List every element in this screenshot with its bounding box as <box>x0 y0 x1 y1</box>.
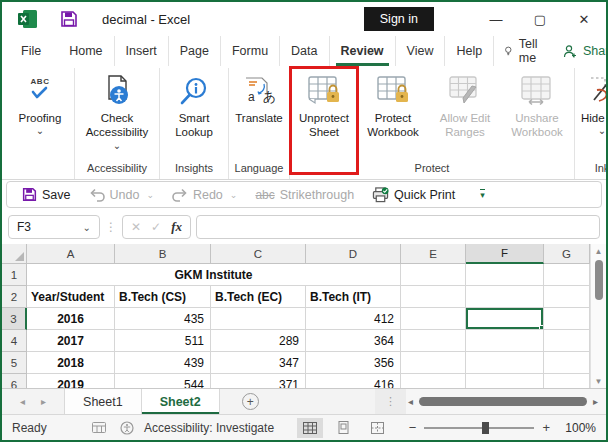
select-all-corner[interactable] <box>2 244 27 264</box>
tab-file[interactable]: File <box>10 36 52 66</box>
horizontal-scrollbar[interactable]: ◂ ▸ <box>406 389 606 414</box>
tab-data[interactable]: Data <box>280 36 329 66</box>
column-header-c[interactable]: C <box>211 244 306 264</box>
row-header-3[interactable]: 3 <box>2 308 27 330</box>
tab-review[interactable]: Review <box>330 36 396 66</box>
check-accessibility-button[interactable]: Check Accessibility ⌄ <box>76 68 158 160</box>
view-page-break-button[interactable] <box>365 418 391 438</box>
cell-b3[interactable]: 435 <box>115 308 211 330</box>
cell-c2[interactable]: B.Tech (EC) <box>211 286 306 308</box>
cell[interactable] <box>466 374 544 388</box>
sheet-nav-right-icon[interactable]: ▸ <box>41 396 46 407</box>
translate-button[interactable]: a あ Translate <box>230 68 288 160</box>
cell-b5[interactable]: 439 <box>115 352 211 374</box>
qat-save-button[interactable]: Save <box>15 185 78 204</box>
cell-c4[interactable]: 289 <box>211 330 306 352</box>
cell-b2[interactable]: B.Tech (CS) <box>115 286 211 308</box>
zoom-slider-thumb[interactable] <box>482 422 489 434</box>
new-sheet-button[interactable]: + <box>242 393 259 410</box>
close-button[interactable]: ✕ <box>562 2 606 36</box>
save-icon[interactable] <box>60 10 78 28</box>
horizontal-scroll-thumb[interactable] <box>419 397 587 406</box>
sheet-tab-sheet1[interactable]: Sheet1 <box>65 389 142 414</box>
cell[interactable] <box>401 308 466 330</box>
view-page-layout-button[interactable] <box>331 418 357 438</box>
selected-cell-f3[interactable] <box>466 308 544 330</box>
macro-record-icon[interactable] <box>92 422 106 433</box>
cell-d3[interactable]: 412 <box>306 308 401 330</box>
accessibility-status-icon[interactable] <box>120 421 134 435</box>
cell-d2[interactable]: B.Tech (IT) <box>306 286 401 308</box>
row-header-2[interactable]: 2 <box>2 286 27 308</box>
qat-quick-print-button[interactable]: Quick Print <box>365 185 462 205</box>
cell-a3[interactable]: 2016 <box>27 308 115 330</box>
scroll-down-icon[interactable]: ▼ <box>595 374 603 388</box>
tab-help[interactable]: Help <box>445 36 494 66</box>
cell[interactable] <box>401 330 466 352</box>
cell[interactable] <box>401 352 466 374</box>
cell[interactable] <box>466 264 544 286</box>
cell[interactable] <box>544 264 590 286</box>
cell-c5[interactable]: 347 <box>211 352 306 374</box>
smart-lookup-button[interactable]: Smart Lookup <box>161 68 227 160</box>
cell-d6[interactable]: 416 <box>306 374 401 388</box>
fill-handle[interactable] <box>539 325 544 330</box>
hide-ink-button[interactable]: Hide Ink ⌄ <box>576 68 608 160</box>
cell[interactable] <box>466 352 544 374</box>
cell[interactable] <box>466 330 544 352</box>
cell-a4[interactable]: 2017 <box>27 330 115 352</box>
row-header-6[interactable]: 6 <box>2 374 27 388</box>
maximize-button[interactable]: ▢ <box>518 2 562 36</box>
enter-check-icon[interactable]: ✓ <box>151 220 161 234</box>
insert-function-icon[interactable]: fx <box>171 219 182 235</box>
cell-a5[interactable]: 2018 <box>27 352 115 374</box>
cell-c6[interactable]: 371 <box>211 374 306 388</box>
proofing-button[interactable]: ABC Proofing ⌄ <box>7 68 73 160</box>
tab-formulas[interactable]: Formu <box>221 36 280 66</box>
cell[interactable] <box>466 286 544 308</box>
cell-b6[interactable]: 544 <box>115 374 211 388</box>
cell-title-merged[interactable]: GKM Institute <box>27 264 401 286</box>
status-accessibility[interactable]: Accessibility: Investigate <box>144 421 274 435</box>
row-header-5[interactable]: 5 <box>2 352 27 374</box>
sheet-nav-left-icon[interactable]: ◂ <box>20 396 25 407</box>
row-header-1[interactable]: 1 <box>2 264 27 286</box>
cancel-icon[interactable]: ✕ <box>131 220 141 234</box>
view-normal-button[interactable] <box>297 418 323 438</box>
sign-in-button[interactable]: Sign in <box>364 7 434 31</box>
cell-b4[interactable]: 511 <box>115 330 211 352</box>
share-button[interactable]: Share <box>553 36 608 66</box>
cell[interactable] <box>544 286 590 308</box>
vertical-scroll-thumb[interactable] <box>595 260 603 300</box>
qat-customize-button[interactable]: ▾ <box>480 189 485 200</box>
tab-insert[interactable]: Insert <box>115 36 169 66</box>
scroll-up-icon[interactable]: ▲ <box>595 244 603 258</box>
column-header-f[interactable]: F <box>466 244 544 264</box>
unprotect-sheet-button[interactable]: Unprotect Sheet <box>291 68 357 160</box>
zoom-level[interactable]: 100% <box>558 421 596 435</box>
zoom-in-icon[interactable]: + <box>542 420 550 435</box>
column-header-a[interactable]: A <box>27 244 115 264</box>
vertical-scrollbar[interactable]: ▲ ▼ <box>590 244 606 388</box>
protect-workbook-button[interactable]: Protect Workbook <box>357 68 429 160</box>
column-header-b[interactable]: B <box>115 244 211 264</box>
tab-home[interactable]: Home <box>58 36 114 66</box>
cell-c3[interactable] <box>211 308 306 330</box>
formula-input[interactable] <box>196 215 600 239</box>
column-header-g[interactable]: G <box>544 244 590 264</box>
sheet-tab-sheet2[interactable]: Sheet2 <box>142 389 220 414</box>
cell[interactable] <box>544 308 590 330</box>
cell[interactable] <box>544 352 590 374</box>
name-box[interactable]: F3 ⌄ <box>8 215 100 239</box>
cell-a2[interactable]: Year/Student <box>27 286 115 308</box>
formula-bar-splitter[interactable]: ⋮ <box>105 220 117 234</box>
cell-d4[interactable]: 364 <box>306 330 401 352</box>
cell[interactable] <box>544 374 590 388</box>
zoom-slider[interactable] <box>424 427 534 429</box>
minimize-button[interactable]: — <box>474 2 518 36</box>
column-header-d[interactable]: D <box>306 244 401 264</box>
cell[interactable] <box>401 374 466 388</box>
row-header-4[interactable]: 4 <box>2 330 27 352</box>
tell-me[interactable]: Tell me <box>494 36 553 66</box>
zoom-out-icon[interactable]: − <box>409 420 417 435</box>
